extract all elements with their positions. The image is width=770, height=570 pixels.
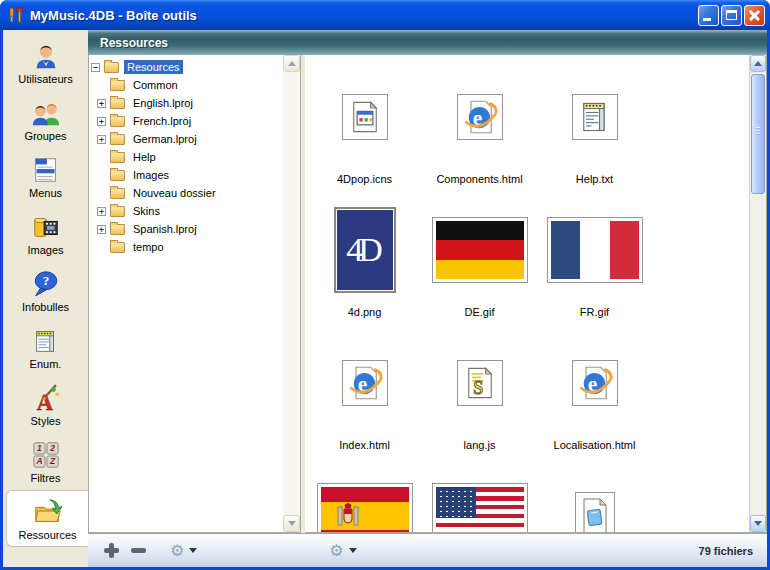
file-cell-help-txt[interactable]: Help.txt <box>537 67 652 200</box>
sidebar-item-utilisateurs[interactable]: Utilisateurs <box>3 34 88 91</box>
folder-icon <box>110 152 125 163</box>
tree-row-english-lproj[interactable]: + English.lproj <box>89 94 283 112</box>
file-grid-panel: 4Dpop.icns e Components.html <box>305 55 767 533</box>
svg-text:A: A <box>36 390 53 413</box>
expand-box[interactable]: + <box>97 225 106 234</box>
content-area: Ressources − Resources <box>88 30 767 567</box>
tree-row-label: tempo <box>130 240 167 254</box>
file-cell-document[interactable] <box>537 466 652 532</box>
maximize-button[interactable] <box>721 5 742 26</box>
sidebar-item-label: Styles <box>31 415 61 427</box>
chevron-up-icon <box>754 61 762 66</box>
tree-row-skins[interactable]: + Skins <box>89 202 283 220</box>
files-scrollbar[interactable] <box>749 55 766 532</box>
icns-file-icon <box>342 94 388 140</box>
titlebar[interactable]: MyMusic.4DB - Boîte outils <box>0 0 770 30</box>
tree-scrollbar[interactable] <box>283 55 300 532</box>
app-window: MyMusic.4DB - Boîte outils Utilisateurs <box>0 0 770 570</box>
panel-header: Ressources <box>88 30 767 55</box>
scroll-track[interactable] <box>750 72 766 515</box>
svg-text:2: 2 <box>49 443 55 453</box>
actions-menu-button[interactable]: ⚙ <box>170 543 197 559</box>
chevron-down-icon <box>754 521 762 526</box>
sidebar-item-infobulles[interactable]: ? Infobulles <box>3 262 88 319</box>
folder-icon <box>104 62 119 73</box>
plus-icon <box>104 543 119 558</box>
caret-down-icon <box>189 548 197 553</box>
file-cell-4dpop-icns[interactable]: 4Dpop.icns <box>307 67 422 200</box>
resources-folder-icon <box>33 497 63 527</box>
sidebar-item-ressources[interactable]: Ressources <box>6 490 88 547</box>
sidebar: Utilisateurs Groupes Menus <box>3 30 88 567</box>
html-ie-file-icon: e <box>342 360 388 406</box>
svg-text:A: A <box>35 456 42 466</box>
images-icon <box>31 212 61 242</box>
tree-row-label: Help <box>130 150 159 164</box>
scroll-up-button[interactable] <box>750 55 766 72</box>
tree-row-french-lproj[interactable]: + French.lproj <box>89 112 283 130</box>
minimize-icon <box>703 18 711 21</box>
folder-icon <box>110 116 125 127</box>
document-file-icon <box>575 492 615 532</box>
tree-row-tempo[interactable]: tempo <box>89 238 283 256</box>
remove-button[interactable] <box>131 548 146 553</box>
sidebar-item-groupes[interactable]: Groupes <box>3 91 88 148</box>
chevron-up-icon <box>288 61 296 66</box>
users-icon <box>31 41 61 71</box>
tree-row-common[interactable]: Common <box>89 76 283 94</box>
tree-row-resources[interactable]: − Resources <box>89 58 283 76</box>
expand-box[interactable]: + <box>97 117 106 126</box>
sidebar-item-label: Groupes <box>24 130 66 142</box>
maximize-icon <box>726 10 737 20</box>
sidebar-item-styles[interactable]: A Styles <box>3 376 88 433</box>
file-name: lang.js <box>464 439 496 451</box>
sidebar-item-label: Infobulles <box>22 301 69 313</box>
scroll-up-button[interactable] <box>283 55 300 72</box>
tree-row-label: Resources <box>124 60 183 74</box>
file-count: 79 fichiers <box>699 545 753 557</box>
spain-flag-thumbnail <box>317 483 413 532</box>
file-name: Help.txt <box>576 173 613 185</box>
file-cell-fr-gif[interactable]: FR.gif <box>537 200 652 333</box>
folder-icon <box>110 224 125 235</box>
sidebar-item-images[interactable]: Images <box>3 205 88 262</box>
tree-row-spanish-lproj[interactable]: + Spanish.lproj <box>89 220 283 238</box>
file-name: 4Dpop.icns <box>337 173 392 185</box>
svg-text:1: 1 <box>37 443 42 453</box>
expand-box[interactable]: + <box>97 135 106 144</box>
tree-row-german-lproj[interactable]: + German.lproj <box>89 130 283 148</box>
close-button[interactable] <box>744 5 765 26</box>
tree-row-nouveau-dossier[interactable]: Nouveau dossier <box>89 184 283 202</box>
bottom-toolbar: ⚙ ⚙ 79 fichiers <box>88 533 767 567</box>
us-flag-thumbnail <box>432 483 528 532</box>
scroll-down-button[interactable] <box>750 515 766 532</box>
sidebar-item-menus[interactable]: Menus <box>3 148 88 205</box>
options-menu-button[interactable]: ⚙ <box>329 543 356 559</box>
expand-box[interactable]: + <box>97 207 106 216</box>
file-cell-index-html[interactable]: e Index.html <box>307 333 422 466</box>
file-cell-localisation-html[interactable]: e Localisation.html <box>537 333 652 466</box>
resource-tree: − Resources Common + <box>89 55 283 532</box>
scroll-thumb[interactable] <box>751 74 765 194</box>
notepad-icon <box>31 326 61 356</box>
app-body: Utilisateurs Groupes Menus <box>3 30 767 567</box>
file-cell-de-gif[interactable]: DE.gif <box>422 200 537 333</box>
file-cell-4d-png[interactable]: 4D 4d.png <box>307 200 422 333</box>
scroll-down-button[interactable] <box>283 515 300 532</box>
tree-row-help[interactable]: Help <box>89 148 283 166</box>
minimize-button[interactable] <box>698 5 719 26</box>
file-cell-us-flag[interactable] <box>422 466 537 532</box>
scroll-track[interactable] <box>283 72 300 515</box>
collapse-box[interactable]: − <box>91 63 100 72</box>
sidebar-item-filtres[interactable]: 12AZ Filtres <box>3 433 88 490</box>
html-ie-file-icon: e <box>572 360 618 406</box>
sidebar-item-label: Enum. <box>30 358 62 370</box>
sidebar-item-enum[interactable]: Enum. <box>3 319 88 376</box>
expand-box[interactable]: + <box>97 99 106 108</box>
add-button[interactable] <box>104 543 119 558</box>
file-cell-components-html[interactable]: e Components.html <box>422 67 537 200</box>
window-frame: Utilisateurs Groupes Menus <box>0 30 770 570</box>
file-cell-lang-js[interactable]: S lang.js <box>422 333 537 466</box>
tree-row-images[interactable]: Images <box>89 166 283 184</box>
file-cell-spain-flag[interactable] <box>307 466 422 532</box>
